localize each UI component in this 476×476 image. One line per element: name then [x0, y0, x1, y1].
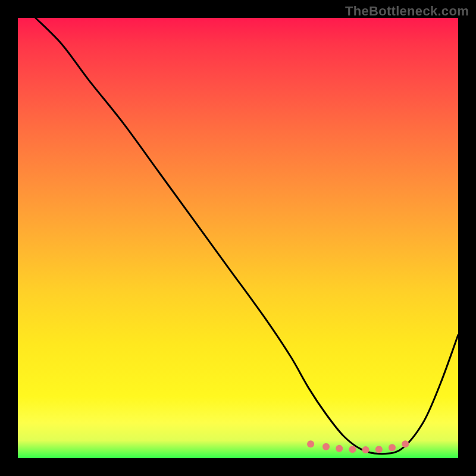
optimal-marker	[389, 444, 396, 451]
optimal-marker	[336, 445, 343, 452]
chart-container: TheBottleneck.com	[0, 0, 476, 476]
optimal-marker	[322, 443, 330, 450]
optimal-marker	[349, 446, 356, 453]
optimal-marker	[402, 440, 409, 447]
watermark: TheBottleneck.com	[345, 4, 469, 19]
bottleneck-curve	[36, 18, 458, 454]
optimal-marker	[375, 446, 383, 453]
plot-area	[18, 18, 458, 458]
optimal-marker	[362, 446, 369, 453]
curve-svg	[18, 18, 458, 458]
optimal-marker	[307, 440, 314, 447]
